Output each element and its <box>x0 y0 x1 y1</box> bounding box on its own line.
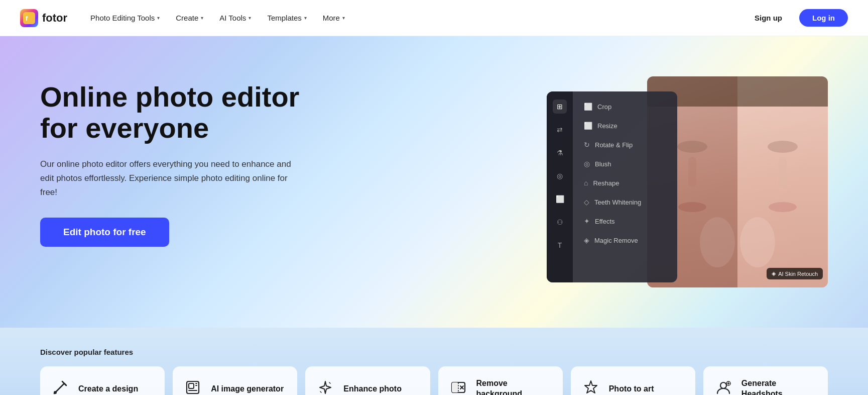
hero-content: Online photo editor for everyone Our onl… <box>40 66 341 247</box>
reshape-icon: ⌂ <box>584 179 588 187</box>
tool-effects[interactable]: ✦ Effects <box>580 214 670 228</box>
chevron-down-icon: ▾ <box>201 15 203 21</box>
teeth-whitening-icon: ◇ <box>584 198 589 206</box>
magic-remove-icon: ◈ <box>584 236 589 244</box>
feature-card-ai-image-generator[interactable]: AI image generator <box>173 366 297 395</box>
generate-headshots-icon <box>713 379 733 396</box>
login-button[interactable]: Log in <box>799 9 848 27</box>
feature-card-label: AI image generator <box>211 384 284 394</box>
feature-card-photo-to-art[interactable]: Photo to art <box>571 366 695 395</box>
sidebar-text-icon[interactable]: T <box>553 238 567 252</box>
tool-reshape[interactable]: ⌂ Reshape <box>580 176 670 190</box>
photo-to-art-icon <box>581 379 601 396</box>
chevron-down-icon: ▾ <box>342 15 345 21</box>
svg-text:f: f <box>26 15 28 22</box>
features-grid: Create a design AI image generator <box>40 366 828 395</box>
crop-icon: ⬜ <box>584 103 592 111</box>
svg-rect-19 <box>189 383 194 388</box>
feature-card-label: Enhance photo <box>343 384 402 394</box>
hero-title: Online photo editor for everyone <box>40 81 341 143</box>
svg-marker-23 <box>320 381 331 393</box>
editor-tools-panel: ⬜ Crop ⬜ Resize ↻ Rotate & Flip ◎ Blush <box>573 91 677 282</box>
feature-card-remove-background[interactable]: Remove background <box>438 366 563 395</box>
editor-sidebar: ⊞ ⇄ ⚗ ◎ ⬜ ⚇ T <box>547 91 573 282</box>
feature-card-label: Create a design <box>78 384 138 394</box>
nav-auth-area: Sign up Log in <box>743 9 848 27</box>
fotor-logo-icon: f <box>20 9 38 27</box>
tool-blush[interactable]: ◎ Blush <box>580 157 670 171</box>
sidebar-beauty-icon[interactable]: ⚗ <box>553 146 567 160</box>
hero-visual: ◈ AI Skin Retouch ⊞ ⇄ ⚗ ◎ ⬜ ⚇ T <box>341 66 828 287</box>
create-design-icon <box>50 379 70 396</box>
svg-line-16 <box>64 383 66 385</box>
feature-card-generate-headshots[interactable]: Generate Headshots <box>703 366 828 395</box>
chevron-down-icon: ▾ <box>249 15 251 21</box>
feature-card-label: Remove background <box>476 378 553 395</box>
sidebar-people-icon[interactable]: ⚇ <box>553 215 567 229</box>
logo-text: fotor <box>42 12 67 25</box>
feature-card-label: Photo to art <box>609 384 654 394</box>
tool-magic-remove[interactable]: ◈ Magic Remove <box>580 233 670 247</box>
sidebar-eye-icon[interactable]: ◎ <box>553 169 567 183</box>
features-section: Discover popular features Create a desig… <box>0 328 868 395</box>
svg-rect-27 <box>452 382 458 392</box>
feature-card-enhance-photo[interactable]: Enhance photo <box>305 366 430 395</box>
svg-line-24 <box>329 382 330 383</box>
nav-photo-editing-tools[interactable]: Photo Editing Tools ▾ <box>83 10 167 26</box>
feature-card-label: Generate Headshots <box>741 378 818 395</box>
hero-description: Our online photo editor offers everythin… <box>40 157 301 200</box>
effects-icon: ✦ <box>584 217 590 225</box>
sidebar-grid-icon[interactable]: ⊞ <box>553 100 567 114</box>
svg-rect-10 <box>779 157 787 187</box>
edit-photo-button[interactable]: Edit photo for free <box>40 218 169 247</box>
feature-card-create-design[interactable]: Create a design <box>40 366 165 395</box>
svg-marker-31 <box>585 381 597 393</box>
nav-more[interactable]: More ▾ <box>316 10 352 26</box>
svg-rect-4 <box>688 157 696 187</box>
svg-point-11 <box>769 202 797 212</box>
svg-point-5 <box>678 202 706 212</box>
svg-rect-12 <box>737 76 828 107</box>
features-label: Discover popular features <box>40 348 828 356</box>
tool-teeth-whitening[interactable]: ◇ Teeth Whitening <box>580 195 670 209</box>
remove-background-icon <box>448 379 468 396</box>
ai-icon: ◈ <box>772 270 776 277</box>
tool-crop[interactable]: ⬜ Crop <box>580 100 670 114</box>
photo-after: ◈ AI Skin Retouch <box>737 76 828 287</box>
svg-point-32 <box>720 382 726 388</box>
svg-point-7 <box>700 217 735 267</box>
editor-preview: ◈ AI Skin Retouch ⊞ ⇄ ⚗ ◎ ⬜ ⚇ T <box>547 76 828 287</box>
svg-line-25 <box>320 391 321 392</box>
sidebar-frame-icon[interactable]: ⬜ <box>553 192 567 206</box>
ai-image-generator-icon <box>183 379 203 396</box>
blush-icon: ◎ <box>584 160 590 168</box>
nav-create[interactable]: Create ▾ <box>169 10 210 26</box>
svg-point-13 <box>740 217 775 267</box>
sidebar-adjust-icon[interactable]: ⇄ <box>553 123 567 137</box>
chevron-down-icon: ▾ <box>157 15 160 21</box>
editor-panel: ⊞ ⇄ ⚗ ◎ ⬜ ⚇ T ⬜ Crop ⬜ Resize <box>547 91 677 282</box>
nav-ai-tools[interactable]: AI Tools ▾ <box>212 10 258 26</box>
tool-rotate[interactable]: ↻ Rotate & Flip <box>580 138 670 152</box>
chevron-down-icon: ▾ <box>304 15 307 21</box>
svg-point-9 <box>768 141 798 153</box>
nav-templates[interactable]: Templates ▾ <box>260 10 313 26</box>
svg-point-17 <box>54 391 57 394</box>
ai-skin-retouch-badge: ◈ AI Skin Retouch <box>767 268 823 279</box>
main-nav: Photo Editing Tools ▾ Create ▾ AI Tools … <box>83 10 743 26</box>
logo[interactable]: f fotor <box>20 9 67 27</box>
svg-point-3 <box>677 141 707 153</box>
header: f fotor Photo Editing Tools ▾ Create ▾ A… <box>0 0 868 36</box>
resize-icon: ⬜ <box>584 122 592 130</box>
signup-button[interactable]: Sign up <box>743 9 793 27</box>
rotate-icon: ↻ <box>584 141 590 149</box>
enhance-photo-icon <box>315 379 335 396</box>
hero-section: Online photo editor for everyone Our onl… <box>0 36 868 328</box>
tool-resize[interactable]: ⬜ Resize <box>580 119 670 133</box>
svg-rect-0 <box>23 12 35 24</box>
